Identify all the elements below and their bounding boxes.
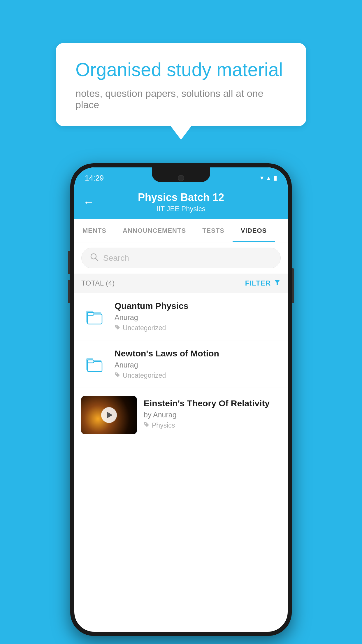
video-info: Quantum Physics Anurag Uncategorized [115, 301, 281, 332]
wifi-icon: ▾ [260, 174, 263, 182]
folder-icon-wrap [81, 351, 108, 377]
status-time: 14:29 [85, 174, 104, 183]
battery-icon: ▮ [274, 174, 277, 182]
filter-icon [274, 279, 281, 288]
video-info: Einstein's Theory Of Relativity by Anura… [144, 396, 281, 429]
tab-tests[interactable]: TESTS [194, 219, 233, 242]
volume-up-button [68, 251, 70, 274]
power-button [292, 268, 294, 303]
video-list: Quantum Physics Anurag Uncategorized [74, 293, 288, 442]
folder-icon [84, 306, 105, 327]
video-author: Anurag [115, 361, 281, 369]
signal-icon: ▴ [267, 174, 270, 182]
status-icons: ▾ ▴ ▮ [260, 174, 277, 182]
video-thumbnail [81, 396, 137, 434]
filter-bar: TOTAL (4) FILTER [74, 274, 288, 293]
header-title-section: Physics Batch 12 IIT JEE Physics [100, 191, 262, 213]
list-item[interactable]: Einstein's Theory Of Relativity by Anura… [74, 388, 288, 442]
list-item[interactable]: Quantum Physics Anurag Uncategorized [74, 293, 288, 340]
back-button[interactable]: ← [83, 196, 94, 209]
tabs-container: MENTS ANNOUNCEMENTS TESTS VIDEOS [74, 219, 288, 242]
tab-ments[interactable]: MENTS [74, 219, 115, 242]
video-title: Quantum Physics [115, 301, 281, 311]
video-tag: Uncategorized [115, 324, 281, 332]
filter-button[interactable]: FILTER [245, 279, 281, 288]
tag-icon [144, 422, 150, 429]
speech-bubble-title: Organised study material [75, 59, 287, 81]
tab-announcements[interactable]: ANNOUNCEMENTS [115, 219, 194, 242]
svg-line-1 [96, 258, 98, 261]
search-container: Search [74, 242, 288, 274]
tab-videos[interactable]: VIDEOS [233, 219, 275, 242]
list-item[interactable]: Newton's Laws of Motion Anurag Uncategor… [74, 340, 288, 388]
top-section: Organised study material notes, question… [0, 0, 362, 169]
tag-icon [115, 372, 120, 379]
tag-label: Physics [152, 421, 175, 429]
video-title: Newton's Laws of Motion [115, 349, 281, 358]
phone-notch [152, 167, 210, 182]
search-icon [90, 253, 99, 263]
svg-rect-6 [87, 312, 94, 315]
header-title: Physics Batch 12 [100, 191, 262, 204]
video-tag: Physics [144, 421, 281, 429]
video-tag: Uncategorized [115, 372, 281, 379]
video-title: Einstein's Theory Of Relativity [144, 398, 281, 408]
search-placeholder: Search [103, 253, 129, 263]
phone-container: 14:29 ▾ ▴ ▮ ← Physics Batch 12 IIT JEE P… [70, 163, 292, 636]
phone-screen: 14:29 ▾ ▴ ▮ ← Physics Batch 12 IIT JEE P… [74, 167, 288, 632]
svg-rect-10 [87, 360, 94, 363]
folder-icon-wrap [81, 303, 108, 330]
tag-icon [115, 324, 120, 332]
filter-label: FILTER [245, 279, 271, 287]
play-button[interactable] [101, 407, 117, 423]
video-author: Anurag [115, 313, 281, 322]
video-info: Newton's Laws of Motion Anurag Uncategor… [115, 349, 281, 379]
header-subtitle: IIT JEE Physics [100, 205, 262, 213]
tag-label: Uncategorized [123, 324, 166, 332]
front-camera [178, 175, 184, 181]
phone-outer: 14:29 ▾ ▴ ▮ ← Physics Batch 12 IIT JEE P… [70, 163, 292, 636]
video-author: by Anurag [144, 411, 281, 419]
search-bar[interactable]: Search [81, 248, 281, 268]
speech-bubble-subtitle: notes, question papers, solutions all at… [75, 88, 287, 111]
play-triangle-icon [107, 412, 113, 419]
tag-label: Uncategorized [123, 372, 166, 379]
speech-bubble: Organised study material notes, question… [56, 43, 306, 127]
volume-down-button [68, 280, 70, 303]
total-count: TOTAL (4) [81, 279, 115, 287]
svg-marker-2 [275, 280, 280, 285]
app-header: ← Physics Batch 12 IIT JEE Physics [74, 186, 288, 219]
folder-icon [84, 354, 105, 374]
